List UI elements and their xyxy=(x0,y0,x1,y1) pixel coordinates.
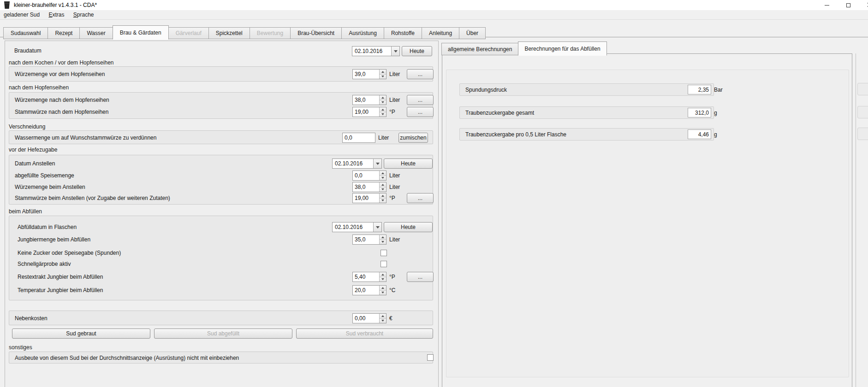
wuerze-vor-unit: Liter xyxy=(389,71,400,78)
spinner-up-icon[interactable] xyxy=(380,314,386,318)
calc-tab-bar: allgemeine Berechnungen Berechnungen für… xyxy=(442,41,607,55)
datum-anstellen-heute-button[interactable]: Heute xyxy=(384,158,433,169)
tab-ausruestung[interactable]: Ausrüstung xyxy=(341,27,384,39)
traubenzucker-gesamt-label: Traubenzuckergabe gesamt xyxy=(465,110,534,116)
spinner-down-icon[interactable] xyxy=(380,176,386,181)
wuerze-vor-value: 39,0 xyxy=(353,70,379,79)
wuerze-anstellen-label: Würzemenge beim Anstellen xyxy=(15,184,85,191)
dropdown-button[interactable] xyxy=(373,159,381,168)
speisemenge-value: 0,0 xyxy=(353,171,379,180)
spinner-up-icon[interactable] xyxy=(380,272,386,277)
beer-mug-icon xyxy=(4,1,10,9)
traubenzucker-gesamt-unit: g xyxy=(714,110,717,116)
tab-wasser[interactable]: Wasser xyxy=(79,27,113,39)
sud-abgefuellt-button: Sud abgefüllt xyxy=(154,328,292,339)
stammwuerze-anstellen-spinbox[interactable]: 19,00 xyxy=(352,193,386,203)
wuerze-nach-spinbox[interactable]: 38,0 xyxy=(352,95,386,105)
main-tab-bar: Sudauswahl Rezept Wasser Brau & Gärdaten… xyxy=(4,25,486,39)
spinner-up-icon[interactable] xyxy=(380,171,386,176)
section-nach-dem-kochen: nach dem Kochen / vor dem Hopfenseihen xyxy=(9,59,113,66)
spinner-down-icon[interactable] xyxy=(380,277,386,282)
spinner-down-icon[interactable] xyxy=(380,240,386,245)
tab-sudauswahl[interactable]: Sudauswahl xyxy=(3,27,48,39)
clipped-row xyxy=(857,106,868,118)
wuerze-anstellen-spinbox[interactable]: 38,0 xyxy=(352,182,386,192)
stammwuerze-anstellen-unit: °P xyxy=(389,195,395,202)
abfuelldatum-heute-button[interactable]: Heute xyxy=(384,222,433,232)
spinner-down-icon[interactable] xyxy=(380,290,386,295)
tab-anleitung[interactable]: Anleitung xyxy=(422,27,459,39)
spinner-up-icon[interactable] xyxy=(380,286,386,290)
spinner-down-icon[interactable] xyxy=(380,198,386,203)
chevron-down-icon xyxy=(394,50,398,53)
restextrakt-more-button[interactable]: ... xyxy=(407,272,434,282)
close-button[interactable] xyxy=(859,0,868,10)
keine-zucker-checkbox[interactable] xyxy=(380,250,387,256)
maximize-button[interactable] xyxy=(838,0,859,10)
minimize-button[interactable] xyxy=(816,0,838,10)
wassermenge-input[interactable]: 0,0 xyxy=(342,133,375,143)
spinner-up-icon[interactable] xyxy=(380,194,386,198)
datum-anstellen-label: Datum Anstellen xyxy=(15,160,55,167)
speisemenge-spinbox[interactable]: 0,0 xyxy=(352,170,386,181)
jungbiermenge-spinbox[interactable]: 35,0 xyxy=(352,235,386,245)
spinner-up-icon[interactable] xyxy=(380,70,386,74)
braudatum-date-combo[interactable]: 02.10.2016 xyxy=(352,46,400,56)
brew-data-panel: Braudatum 02.10.2016 Heute nach dem Koch… xyxy=(5,41,439,387)
jungbiermenge-unit: Liter xyxy=(389,236,400,243)
spinner-down-icon[interactable] xyxy=(380,318,386,323)
spinner-down-icon[interactable] xyxy=(380,74,386,79)
spinner-down-icon[interactable] xyxy=(380,100,386,105)
tab-berechnungen-abfuellen[interactable]: Berechnungen für das Abfüllen xyxy=(518,41,606,56)
tab-allgemeine-berechnungen[interactable]: allgemeine Berechnungen xyxy=(441,43,518,55)
sud-gebraut-button[interactable]: Sud gebraut xyxy=(12,328,150,339)
spinner-up-icon[interactable] xyxy=(380,235,386,240)
wuerze-nach-label: Würzemenge nach dem Hopfenseihen xyxy=(15,97,109,104)
spinner-down-icon[interactable] xyxy=(380,112,386,117)
wuerze-nach-more-button[interactable]: ... xyxy=(407,95,434,105)
abfuelldatum-combo[interactable]: 02.10.2016 xyxy=(332,222,382,232)
schnellgaerprobe-checkbox[interactable] xyxy=(380,261,387,267)
spinner-up-icon[interactable] xyxy=(380,107,386,112)
wuerze-vor-spinbox[interactable]: 39,0 xyxy=(352,69,386,79)
tab-rezept[interactable]: Rezept xyxy=(48,27,80,39)
ausbeute-checkbox[interactable] xyxy=(427,354,434,361)
spinner-down-icon[interactable] xyxy=(380,187,386,192)
nebenkosten-spinbox[interactable]: 0,00 xyxy=(352,313,386,323)
tab-brau-gaerdaten[interactable]: Brau & Gärdaten xyxy=(113,25,169,40)
stammwuerze-nach-more-button[interactable]: ... xyxy=(407,107,434,117)
section-beim-abfuellen: beim Abfüllen xyxy=(9,208,42,215)
dropdown-button[interactable] xyxy=(391,47,399,56)
section-verschneidung: Verschneidung xyxy=(9,123,45,130)
spinner-up-icon[interactable] xyxy=(380,182,386,187)
schnellgaerprobe-label: Schnellgärprobe aktiv xyxy=(18,261,71,268)
traubenzucker-flasche-unit: g xyxy=(714,131,717,138)
tab-brau-uebersicht[interactable]: Brau-Übersicht xyxy=(290,27,342,39)
wuerze-vor-label: Würzemenge vor dem Hopfenseihen xyxy=(15,71,105,78)
nebenkosten-label: Nebenkosten xyxy=(15,315,48,322)
tab-rohstoffe[interactable]: Rohstoffe xyxy=(384,27,422,39)
tab-ueber[interactable]: Über xyxy=(459,27,486,39)
maximize-icon xyxy=(846,3,850,7)
zumischen-button[interactable]: zumischen xyxy=(398,133,428,143)
restextrakt-spinbox[interactable]: 5,40 xyxy=(352,272,386,282)
dropdown-button[interactable] xyxy=(373,223,381,232)
abfuelldatum-label: Abfülldatum in Flaschen xyxy=(18,224,77,231)
group-verschneidung: Wassermenge um auf Wunschstammwürze zu v… xyxy=(9,130,433,144)
braudatum-heute-button[interactable]: Heute xyxy=(402,46,432,56)
datum-anstellen-combo[interactable]: 02.10.2016 xyxy=(332,158,382,169)
stammwuerze-nach-unit: °P xyxy=(389,109,395,116)
stammwuerze-anstellen-more-button[interactable]: ... xyxy=(407,193,434,203)
spinner-up-icon[interactable] xyxy=(380,95,386,100)
menu-sprache[interactable]: Sprache xyxy=(70,10,98,19)
group-nach-dem-hopfenseihen: Würzemenge nach dem Hopfenseihen 38,0 Li… xyxy=(9,92,433,119)
keine-zucker-label: Keine Zucker oder Speisegabe (Spunden) xyxy=(18,250,121,257)
restextrakt-unit: °P xyxy=(389,274,395,281)
stammwuerze-nach-label: Stammwürze nach dem Hopfenseihen xyxy=(15,109,108,116)
wuerze-vor-more-button[interactable]: ... xyxy=(407,69,434,79)
menu-geladener-sud[interactable]: geladener Sud xyxy=(0,10,43,19)
temperatur-spinbox[interactable]: 20,0 xyxy=(352,285,386,295)
stammwuerze-nach-spinbox[interactable]: 19,00 xyxy=(352,107,386,117)
menu-extras[interactable]: Extras xyxy=(45,10,68,19)
tab-spickzettel[interactable]: Spickzettel xyxy=(208,27,250,39)
